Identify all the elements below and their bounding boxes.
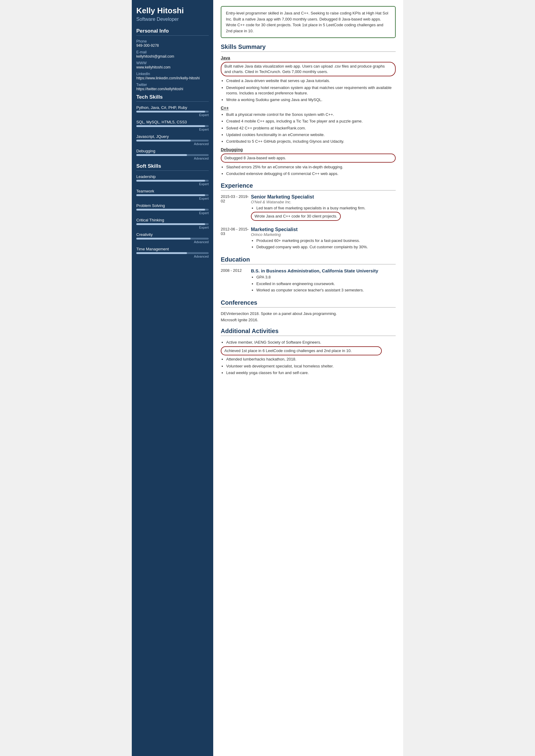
candidate-name: Kelly Hitoshi [136,6,209,15]
tech-skills-section: Python, Java, C#, PHP, RubyExpertSQL, My… [136,105,209,160]
skill-name: Leadership [136,174,209,179]
activity-item: Achieved 1st place in 6 LeetCode coding … [221,346,382,355]
skill-level: Advanced [136,142,209,146]
exp-list-item: Wrote Java and C++ code for 30 client pr… [251,212,341,221]
skill-name: Critical Thinking [136,218,209,222]
info-label: WWW [136,61,209,65]
summary-box: Entry-level programmer skilled in Java a… [221,6,396,38]
activities-title: Additional Activities [221,328,396,336]
skills-list-item: Created a Java-driven website that serve… [226,78,396,84]
exp-date: 2015-03 - 2019-02 [221,194,251,222]
exp-list: Produced 60+ marketing projects for a fa… [251,238,396,250]
exp-details: Senior Marketing SpecialistO'Neil & Wata… [251,194,396,222]
skill-bar-bg [136,194,209,196]
skills-list-item: Wrote a working Sudoku game using Java a… [226,97,396,102]
skill-bar-fill [136,194,205,196]
skills-subsection-title: Debugging [221,147,396,152]
education-content: 2008 - 2012B.S. in Business Administrati… [221,268,396,294]
skill-bar-fill [136,252,187,254]
edu-list-item: Worked as computer science teacher's ass… [256,287,396,293]
skills-subsection: DebuggingDebugged 8 Java-based web apps.… [221,147,396,177]
skill-name: Javascript, JQuery [136,134,209,139]
tech-skills-title: Tech Skills [136,94,209,102]
skills-list-item: Contributed to 5 C++ GitHub projects, in… [226,139,396,144]
skill-name: Time Management [136,247,209,251]
skill-name: Teamwork [136,189,209,193]
experience-entry: 2012-06 - 2015-03Marketing SpecialistOri… [221,227,396,251]
skill-level: Advanced [136,240,209,244]
soft-skills-title: Soft Skills [136,163,209,171]
activity-item: Volunteer web development specialist, lo… [226,363,396,369]
skill-name: SQL, MySQL, HTML5, CSS3 [136,120,209,124]
education-title: Education [221,256,396,265]
skill-bar-bg [136,180,209,182]
info-value: www.kellyhitoshi.com [136,65,209,70]
experience-content: 2015-03 - 2019-02Senior Marketing Specia… [221,194,396,251]
skills-list: Debugged 8 Java-based web apps.Slashed e… [221,154,396,177]
experience-entry: 2015-03 - 2019-02Senior Marketing Specia… [221,194,396,222]
skills-subsection: JavaBuilt native Java data visualization… [221,55,396,102]
skill-level: Expert [136,211,209,215]
skill-bar-fill [136,238,191,240]
skill-name: Creativity [136,232,209,237]
edu-date: 2008 - 2012 [221,268,251,294]
skills-list-item: Built a physical remote control for the … [226,112,396,117]
activity-item: Active member, IAENG Society of Software… [226,340,396,345]
skills-list-item: Created 4 mobile C++ apps, including a T… [226,119,396,124]
conference-item: DEVintersection 2018. Spoke on a panel a… [221,311,396,316]
exp-title: Marketing Specialist [251,227,396,232]
exp-title: Senior Marketing Specialist [251,194,396,200]
main-content: Entry-level programmer skilled in Java a… [213,0,403,756]
exp-company: O'Neil & Watanabe Inc. [251,200,396,204]
conference-item: Microsoft Ignite 2016. [221,318,396,322]
skills-list-item: Debugged 8 Java-based web apps. [221,154,396,162]
exp-list-item: Debugged company web app. Cut customer c… [256,244,396,250]
info-value: 949-300-9278 [136,44,209,48]
conferences-title: Conferences [221,299,396,308]
info-value: https://www.linkedin.com/in/kelly-hitosh… [136,76,209,80]
skill-bar-bg [136,223,209,225]
personal-info-section: Phone949-300-9278E-mailkellyhitoshi@gmai… [136,39,209,91]
skills-subsection-title: Java [221,55,396,60]
skills-list: Built a physical remote control for the … [221,112,396,144]
skill-bar-bg [136,125,209,127]
resume-container: Kelly Hitoshi Software Developer Persona… [132,0,403,756]
skill-name: Debugging [136,149,209,153]
exp-date: 2012-06 - 2015-03 [221,227,251,251]
skill-level: Expert [136,128,209,131]
exp-list-item: Produced 60+ marketing projects for a fa… [256,238,396,244]
skill-level: Expert [136,197,209,200]
skill-level: Expert [136,226,209,229]
info-value: https://twitter.com/kellyhitoshi [136,87,209,91]
skills-summary-title: Skills Summary [221,44,396,52]
conferences-content: DEVintersection 2018. Spoke on a panel a… [221,311,396,322]
skill-bar-fill [136,209,205,211]
skill-level: Advanced [136,255,209,258]
skills-list-item: Built native Java data visualization web… [221,62,396,76]
personal-info-title: Personal Info [136,28,209,36]
activity-item: Attended lumberhacks hackathon, 2018. [226,357,396,362]
skills-list-item: Developed working hotel reservation syst… [226,85,396,96]
skill-bar-fill [136,125,205,127]
skills-list-item: Solved 42 C++ problems at HackerRank.com… [226,126,396,131]
info-label: E-mail [136,50,209,54]
skill-bar-bg [136,140,209,141]
skill-bar-bg [136,238,209,240]
skill-bar-fill [136,180,205,182]
skills-list: Built native Java data visualization web… [221,62,396,102]
skill-bar-fill [136,223,205,225]
education-entry: 2008 - 2012B.S. in Business Administrati… [221,268,396,294]
activities-list: Active member, IAENG Society of Software… [221,340,396,376]
exp-company: Orinco Marketing [251,232,396,237]
exp-list: Led team of five marketing specialists i… [251,205,396,222]
info-label: Phone [136,39,209,44]
info-value: kellyhitoshi@gmail.com [136,54,209,59]
edu-details: B.S. in Business Administration, Califor… [251,268,396,294]
info-label: LinkedIn [136,72,209,76]
edu-list-item: GPA 3.8 [256,275,396,280]
skill-bar-bg [136,111,209,112]
skill-level: Expert [136,182,209,186]
skill-bar-fill [136,140,191,141]
exp-details: Marketing SpecialistOrinco MarketingProd… [251,227,396,251]
skill-bar-bg [136,209,209,211]
